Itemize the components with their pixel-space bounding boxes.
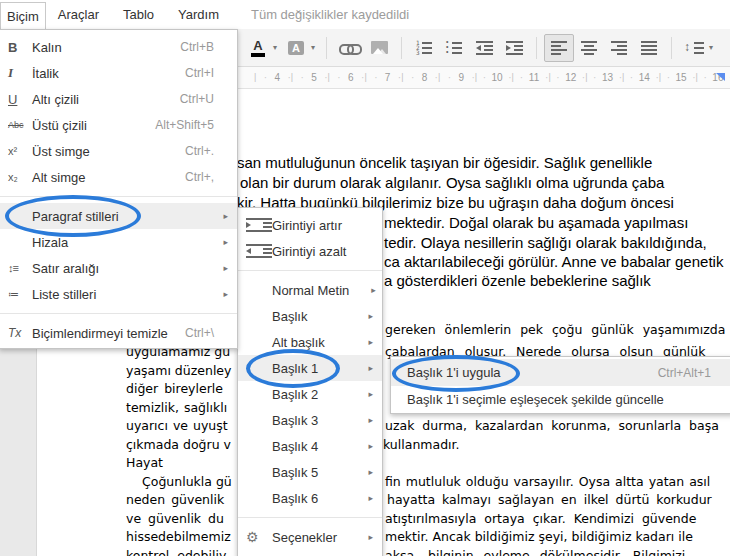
highlight-color-icon — [288, 41, 304, 55]
menu-item-icon: ≔ — [8, 288, 32, 301]
toolbar-divider — [326, 37, 327, 59]
menu-item-label: Başlık 3 — [272, 413, 318, 428]
annotation-circle-apply-heading1 — [392, 355, 520, 392]
menu-item-shortcut: Ctrl+B — [164, 40, 214, 54]
menu-item-label: Girintiyi artır — [272, 218, 342, 233]
menu-item-icon — [246, 218, 272, 232]
menu-item[interactable]: Başlık 4 ▸ — [238, 433, 382, 459]
ruler-cell: | · 10 · — [475, 66, 512, 88]
doc-text-line: aksa, bilginin eyleme dökülmesidir. Bilg… — [385, 548, 685, 556]
submenu-arrow-icon: ▸ — [365, 415, 373, 425]
submenu-arrow-icon: ▸ — [365, 467, 373, 477]
doc-text-line: Çoğunlukla gü — [142, 474, 232, 489]
menubar-item[interactable]: Araçlar — [46, 0, 111, 29]
indent-marker-icon[interactable] — [716, 73, 725, 81]
menu-item-label: Üst simge — [32, 144, 90, 159]
menu-item[interactable]: Normal Metin ▸ — [238, 277, 382, 303]
ruler-number: 6 — [348, 72, 354, 83]
menu-item[interactable] — [0, 196, 237, 197]
menu-item-label: Kalın — [32, 40, 62, 55]
menu-item-label: Başlık 1'i seçimle eşleşecek şekilde gün… — [407, 392, 664, 407]
menu-item[interactable]: Başlık 3 ▸ — [238, 407, 382, 433]
ruler-number: 10 — [492, 72, 503, 83]
menu-item[interactable]: Başlık 6 ▸ — [238, 485, 382, 511]
menu-item[interactable]: B Kalın Ctrl+B — [0, 34, 237, 60]
justify-button[interactable] — [634, 34, 664, 62]
menu-item[interactable]: ⚙ Seçenekler ▸ — [238, 524, 382, 550]
menu-item[interactable]: Abc Üstü çizili Alt+Shift+5 — [0, 112, 237, 138]
doc-text-line: hissedebilmemiz — [126, 529, 231, 544]
submenu-arrow-icon: ▸ — [365, 389, 373, 399]
menu-item[interactable]: Girintiyi azalt — [238, 238, 382, 264]
menu-item[interactable]: I İtalik Ctrl+I — [0, 60, 237, 86]
menu-item[interactable]: x² Üst simge Ctrl+. — [0, 138, 237, 164]
menu-item[interactable]: U Altı çizili Ctrl+U — [0, 86, 237, 112]
menu-item-label: Üstü çizili — [32, 118, 87, 133]
ruler-number: 4 — [274, 72, 280, 83]
menu-item[interactable] — [0, 313, 237, 314]
bulleted-list-icon — [445, 40, 463, 55]
insert-image-button[interactable] — [364, 34, 394, 62]
doc-text-line: neden güvenlik — [126, 492, 224, 507]
line-spacing-button[interactable] — [679, 34, 709, 62]
doc-text-line: ve güvenlik du — [126, 511, 224, 526]
chevron-down-icon[interactable]: ▾ — [273, 43, 277, 52]
toolbar-divider — [401, 37, 402, 59]
numbered-list-button[interactable] — [409, 34, 439, 62]
menu-item-shortcut: Ctrl+, — [169, 170, 214, 184]
menu-item-icon: ⚙ — [246, 529, 272, 545]
doc-text-line: uzak durma, kazalardan korunma, sorunlar… — [385, 418, 719, 433]
menu-item[interactable] — [238, 517, 382, 518]
menubar-item[interactable]: Biçim — [0, 2, 46, 30]
menu-item-icon: B — [8, 40, 32, 55]
chevron-down-icon[interactable]: ▾ — [311, 43, 315, 52]
menu-item-label: Başlık — [272, 309, 307, 324]
ruler-number: 15 — [676, 72, 687, 83]
menu-item[interactable]: x₂ Alt simge Ctrl+, — [0, 164, 237, 190]
google-docs-app: san mutluluğunun öncelik taşıyan bir öğe… — [0, 0, 730, 556]
menu-item[interactable]: Başlık ▸ — [238, 303, 382, 329]
menu-item-shortcut: Ctrl+\ — [169, 326, 214, 340]
submenu-arrow-icon: ▸ — [220, 289, 228, 299]
autosave-status[interactable]: Tüm değişiklikler kaydedildi — [251, 7, 409, 22]
menu-item-label: Biçimlendirmeyi temizle — [32, 326, 168, 341]
align-center-button[interactable] — [574, 34, 604, 62]
image-icon — [371, 41, 388, 54]
annotation-circle-paragraph-styles — [5, 195, 141, 237]
ruler-cell: | · 6 · — [328, 66, 365, 88]
doc-text-line: mektir. Ancak bildiğimiz şeyi, bildiğimi… — [385, 529, 693, 544]
bulleted-list-button[interactable] — [439, 34, 469, 62]
increase-indent-icon — [506, 41, 523, 55]
submenu-arrow-icon: ▸ — [365, 311, 373, 321]
align-right-button[interactable] — [604, 34, 634, 62]
menu-item[interactable]: ↕≡ Satır aralığı ▸ — [0, 255, 237, 281]
menu-item-label: Başlık 6 — [272, 491, 318, 506]
menu-item-icon: Abc — [8, 120, 32, 130]
doc-text-line: a gösterdikleri özenle bebeklerine sağlı… — [384, 271, 651, 290]
menubar-item[interactable]: Yardım — [166, 0, 231, 29]
menu-item-icon: x² — [8, 145, 32, 157]
menu-item[interactable]: Girintiyi artır — [238, 212, 382, 238]
chevron-down-icon[interactable]: ▾ — [709, 43, 713, 52]
increase-indent-button[interactable] — [499, 34, 529, 62]
menu-item[interactable] — [238, 270, 382, 271]
ruler-number: 12 — [565, 72, 576, 83]
submenu-arrow-icon: ▸ — [365, 493, 373, 503]
text-color-button[interactable] — [243, 34, 273, 62]
menu-item[interactable]: Tx Biçimlendirmeyi temizle Ctrl+\ — [0, 320, 237, 346]
menu-item[interactable]: ≔ Liste stilleri ▸ — [0, 281, 237, 307]
align-left-button[interactable] — [544, 34, 574, 62]
ruler-cell: | · 7 · — [364, 66, 401, 88]
doc-text-line: temizlik, sağlıklı — [126, 400, 227, 415]
menu-item-label: Altı çizili — [32, 92, 79, 107]
submenu-arrow-icon: ▸ — [220, 263, 228, 273]
doc-text-line: san mutluluğunun öncelik taşıyan bir öğe… — [237, 153, 652, 172]
decrease-indent-button[interactable] — [469, 34, 499, 62]
menu-item[interactable]: Başlık 5 ▸ — [238, 459, 382, 485]
insert-link-button[interactable] — [334, 34, 364, 62]
submenu-arrow-icon: ▸ — [220, 237, 228, 247]
doc-text-line: fin mutluluk olduğu varsayılır. Oysa alt… — [385, 474, 710, 489]
highlight-color-button[interactable] — [281, 34, 311, 62]
menubar-item[interactable]: Tablo — [111, 0, 166, 29]
align-center-icon — [581, 40, 597, 55]
